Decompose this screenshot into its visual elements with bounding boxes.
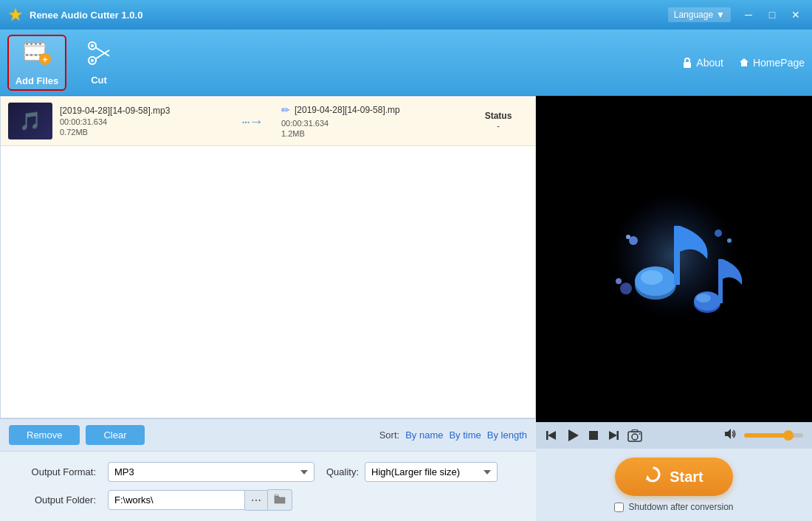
home-icon — [738, 57, 750, 69]
play-button[interactable] — [565, 428, 580, 443]
settings-area: Output Format: MP3 AAC WAV OGG WMA FLAC … — [0, 451, 536, 521]
about-link[interactable]: About — [681, 57, 723, 69]
folder-open-button[interactable] — [268, 489, 292, 511]
maximize-button[interactable]: □ — [763, 6, 781, 24]
add-files-button[interactable]: + Add Files — [7, 35, 66, 91]
svg-marker-41 — [609, 431, 617, 440]
quality-select[interactable]: High(Larger file size) Medium Low — [365, 462, 498, 482]
svg-rect-2 — [24, 45, 45, 47]
output-duration: 00:00:31.634 — [281, 119, 461, 128]
bottom-controls: Remove Clear Sort: By name By time By le… — [0, 418, 536, 451]
skip-back-icon — [545, 429, 558, 442]
sort-area: Sort: By name By time By length — [379, 429, 527, 441]
source-filename: [2019-04-28][14-09-58].mp3 — [60, 106, 222, 116]
svg-point-43 — [632, 434, 638, 440]
screenshot-button[interactable] — [627, 429, 642, 442]
add-files-icon: + — [23, 38, 51, 72]
svg-marker-46 — [725, 429, 731, 439]
close-button[interactable]: ✕ — [787, 6, 805, 24]
about-label: About — [696, 57, 723, 69]
svg-rect-8 — [26, 54, 28, 56]
arrow-icon: ···→ — [241, 113, 263, 130]
output-format-select[interactable]: MP3 AAC WAV OGG WMA FLAC — [108, 462, 314, 482]
source-info: [2019-04-28][14-09-58].mp3 00:00:31.634 … — [60, 106, 222, 137]
file-list: 🎵 [2019-04-28][14-09-58].mp3 00:00:31.63… — [0, 96, 536, 418]
minimize-button[interactable]: ─ — [740, 6, 757, 24]
play-icon — [565, 428, 580, 443]
preview-area — [536, 96, 812, 422]
skip-back-button[interactable] — [545, 429, 558, 442]
sort-by-name[interactable]: By name — [405, 429, 443, 441]
window-controls: ─ □ ✕ — [740, 6, 805, 24]
svg-text:+: + — [42, 55, 47, 65]
output-format-label: Output Format: — [15, 466, 96, 477]
svg-marker-38 — [568, 429, 579, 441]
skip-forward-icon — [607, 429, 620, 442]
svg-marker-0 — [9, 8, 22, 21]
cut-button[interactable]: Cut — [69, 35, 128, 91]
svg-point-33 — [727, 238, 732, 243]
svg-marker-47 — [646, 475, 650, 480]
edit-icon: ✏ — [281, 104, 290, 116]
source-size: 0.72MB — [60, 128, 222, 137]
output-info: ✏ [2019-04-28][14-09-58].mp 00:00:31.634… — [281, 104, 461, 138]
cut-label: Cut — [91, 75, 107, 86]
language-button[interactable]: Language ▼ — [668, 7, 731, 22]
titlebar-controls: Language ▼ ─ □ ✕ — [668, 6, 805, 24]
clear-button[interactable]: Clear — [86, 425, 144, 445]
homepage-link[interactable]: HomePage — [738, 57, 805, 69]
add-files-svg: + — [23, 38, 51, 66]
main-area: 🎵 [2019-04-28][14-09-58].mp3 00:00:31.63… — [0, 96, 812, 521]
start-icon-svg — [644, 465, 664, 484]
open-folder-icon — [274, 494, 286, 504]
start-button[interactable]: Start — [615, 458, 733, 496]
titlebar-left: Renee Audio Cutter 1.0.0 — [7, 7, 142, 23]
homepage-label: HomePage — [753, 57, 805, 69]
svg-marker-37 — [548, 431, 556, 440]
svg-rect-5 — [30, 43, 32, 45]
output-filename: [2019-04-28][14-09-58].mp — [295, 105, 400, 115]
titlebar: Renee Audio Cutter 1.0.0 Language ▼ ─ □ … — [0, 0, 812, 30]
svg-point-45 — [639, 433, 641, 435]
folder-browse-button[interactable]: ⋯ — [245, 490, 268, 511]
sort-by-time[interactable]: By time — [449, 429, 481, 441]
svg-point-25 — [641, 270, 663, 285]
sort-by-length[interactable]: By length — [487, 429, 527, 441]
player-controls — [536, 422, 812, 449]
volume-slider[interactable] — [744, 433, 803, 438]
svg-point-18 — [91, 44, 94, 47]
stop-button[interactable] — [588, 429, 599, 441]
toolbar-nav: About HomePage — [681, 57, 805, 69]
thumbnail-inner: 🎵 — [8, 103, 52, 139]
svg-rect-28 — [718, 259, 723, 303]
start-label: Start — [670, 469, 703, 486]
volume-svg — [723, 428, 737, 440]
add-files-label: Add Files — [16, 75, 59, 86]
stop-icon — [588, 429, 599, 441]
skip-forward-button[interactable] — [607, 429, 620, 442]
format-row: Output Format: MP3 AAC WAV OGG WMA FLAC … — [15, 462, 521, 482]
svg-rect-7 — [39, 43, 41, 45]
arrow-area: ···→ — [230, 113, 274, 130]
start-refresh-icon — [644, 465, 664, 489]
status-area: Status - — [469, 111, 528, 131]
status-value: - — [469, 121, 528, 131]
folder-input[interactable] — [108, 490, 245, 510]
svg-point-19 — [91, 59, 94, 62]
remove-button[interactable]: Remove — [9, 425, 80, 445]
source-duration: 00:00:31.634 — [60, 117, 222, 126]
status-label: Status — [469, 111, 528, 121]
volume-thumb — [783, 430, 794, 441]
table-row: 🎵 [2019-04-28][14-09-58].mp3 00:00:31.63… — [1, 97, 535, 146]
quality-group: Quality: High(Larger file size) Medium L… — [326, 462, 498, 482]
svg-rect-39 — [589, 431, 598, 440]
sort-label: Sort: — [379, 429, 399, 441]
language-label: Language — [674, 10, 713, 20]
svg-rect-9 — [30, 54, 32, 56]
folder-row: Output Folder: ⋯ — [15, 489, 521, 511]
shutdown-checkbox[interactable] — [614, 503, 624, 512]
svg-point-34 — [620, 283, 632, 294]
toolbar: + Add Files Cut About — [0, 30, 812, 96]
svg-rect-44 — [632, 430, 638, 432]
app-title: Renee Audio Cutter 1.0.0 — [30, 10, 142, 21]
